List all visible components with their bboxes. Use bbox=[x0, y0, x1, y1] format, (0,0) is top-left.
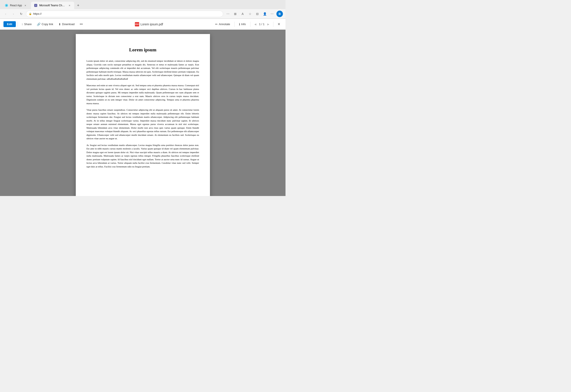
pdf-paragraph-2: Maecenas sed enim ut sem viverra aliquet… bbox=[86, 84, 199, 105]
close-pdf-button[interactable]: ✕ bbox=[275, 21, 282, 28]
share-icon: ↑ bbox=[22, 23, 23, 26]
pdf-title: Lorem ipsum bbox=[86, 47, 199, 53]
download-button[interactable]: ⬇ Download bbox=[56, 21, 77, 27]
back-button[interactable]: ‹ bbox=[3, 11, 9, 17]
copy-link-button[interactable]: 🔗 Copy link bbox=[35, 21, 55, 27]
share-button[interactable]: ↑ Share bbox=[19, 21, 34, 27]
address-bar[interactable]: 🔒 https:// bbox=[26, 11, 223, 17]
bing-button[interactable]: B bbox=[276, 11, 283, 17]
edit-button[interactable]: Edit bbox=[3, 21, 16, 27]
toolbar-separator-2 bbox=[234, 22, 235, 27]
extensions-button[interactable]: ⋯ bbox=[225, 11, 231, 17]
toolbar-right: ✏ Annotate ℹ Info ◀ 1 / 1 ▶ ✕ bbox=[213, 21, 282, 28]
pdf-viewer: Lorem ipsum Lorem ipsum dolor sit amet, … bbox=[0, 30, 286, 196]
react-favicon: ⚛ bbox=[5, 4, 8, 7]
pdf-file-icon: PDF bbox=[135, 22, 139, 27]
profile-button[interactable]: 👤 bbox=[262, 11, 268, 17]
address-text: https:// bbox=[33, 12, 220, 15]
pdf-paragraph-4: Ac feugiat sed lectus vestibulum mattis … bbox=[86, 143, 199, 169]
tab-teams[interactable]: T Microsoft Teams Chat Files - C... ✕ bbox=[31, 2, 74, 9]
toolbar-separator-3 bbox=[250, 22, 250, 27]
copy-link-label: Copy link bbox=[42, 23, 53, 26]
page-display: 1 / 1 bbox=[259, 23, 265, 26]
navigation-bar: ‹ › ↻ 🔒 https:// ⋯ ⊞ A ☆ ⊟ 👤 ⋯ B bbox=[0, 9, 286, 19]
tab-teams-label: Microsoft Teams Chat Files - C... bbox=[39, 4, 66, 7]
link-icon: 🔗 bbox=[37, 23, 41, 26]
toolbar-separator-1 bbox=[17, 22, 18, 27]
tab-teams-close[interactable]: ✕ bbox=[68, 4, 71, 7]
teams-favicon: T bbox=[34, 4, 37, 7]
info-icon: ℹ bbox=[239, 23, 240, 26]
lock-icon: 🔒 bbox=[29, 12, 32, 15]
toolbar-center: PDF Lorem ipsum.pdf bbox=[86, 22, 212, 27]
toolbar-separator-4 bbox=[273, 22, 273, 27]
download-icon: ⬇ bbox=[58, 23, 61, 26]
favorites-button[interactable]: ☆ bbox=[247, 11, 253, 17]
next-page-button[interactable]: ▶ bbox=[265, 21, 271, 27]
annotate-button[interactable]: ✏ Annotate bbox=[213, 21, 232, 27]
refresh-button[interactable]: ↻ bbox=[18, 11, 24, 17]
info-button[interactable]: ℹ Info bbox=[237, 21, 248, 27]
pdf-body: Lorem ipsum dolor sit amet, consectetur … bbox=[86, 59, 199, 168]
more-options-label: ••• bbox=[80, 23, 83, 26]
download-label: Download bbox=[62, 23, 75, 26]
tab-react-label: React App bbox=[10, 4, 22, 7]
more-button[interactable]: ⋯ bbox=[269, 11, 275, 17]
tab-react-close[interactable]: ✕ bbox=[24, 4, 27, 7]
page-navigation: ◀ 1 / 1 ▶ bbox=[253, 21, 271, 27]
share-label: Share bbox=[24, 23, 32, 26]
grid-view-button[interactable]: ⊞ bbox=[232, 11, 238, 17]
filename-text: Lorem ipsum.pdf bbox=[141, 23, 163, 26]
pdf-paragraph-1: Lorem ipsum dolor sit amet, consectetur … bbox=[86, 59, 199, 81]
more-options-button[interactable]: ••• bbox=[78, 21, 85, 27]
tab-react-app[interactable]: ⚛ React App ✕ bbox=[2, 2, 30, 9]
pdf-toolbar: Edit ↑ Share 🔗 Copy link ⬇ Download ••• … bbox=[0, 19, 286, 30]
pdf-paragraph-3: Vitae purus faucibus ornare suspendisse.… bbox=[86, 108, 199, 140]
annotate-icon: ✏ bbox=[215, 23, 218, 26]
sidebar-button[interactable]: ⊟ bbox=[254, 11, 260, 17]
add-tab-button[interactable]: + bbox=[75, 2, 81, 8]
text-size-button[interactable]: A bbox=[240, 11, 246, 17]
pdf-page: Lorem ipsum Lorem ipsum dolor sit amet, … bbox=[76, 34, 210, 196]
prev-page-button[interactable]: ◀ bbox=[253, 21, 258, 27]
tab-bar: ⚛ React App ✕ T Microsoft Teams Chat Fil… bbox=[0, 0, 286, 9]
annotate-label: Annotate bbox=[219, 23, 230, 26]
pdf-filename: PDF Lorem ipsum.pdf bbox=[135, 22, 163, 27]
info-label: Info bbox=[241, 23, 246, 26]
nav-actions: ⋯ ⊞ A ☆ ⊟ 👤 ⋯ B bbox=[225, 11, 283, 17]
forward-button[interactable]: › bbox=[10, 11, 16, 17]
